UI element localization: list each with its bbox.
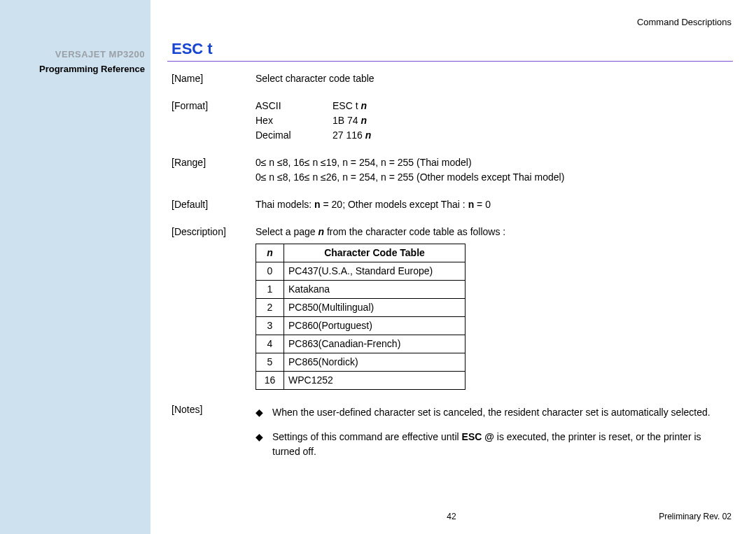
note-text: Settings of this command are effective u… bbox=[272, 430, 732, 459]
page-number: 42 bbox=[172, 512, 732, 521]
code-table: n Character Code Table 0PC437(U.S.A., St… bbox=[255, 244, 465, 390]
table-row: 3PC860(Portuguest) bbox=[256, 317, 465, 335]
format-dec-value: 27 116 n bbox=[332, 128, 371, 143]
range-line-2: 0≤ n ≤8, 16≤ n ≤26, n = 254, n = 255 (Ot… bbox=[255, 170, 732, 185]
description-label: [Description] bbox=[172, 225, 255, 390]
table-row: 1Katakana bbox=[256, 281, 465, 299]
range-line-1: 0≤ n ≤8, 16≤ n ≤19, n = 254, n = 255 (Th… bbox=[255, 155, 732, 170]
format-hex-label: Hex bbox=[255, 113, 332, 128]
sidebar: VERSAJET MP3200 Programming Reference bbox=[0, 0, 150, 534]
name-label: [Name] bbox=[172, 71, 255, 86]
notes-label: [Notes] bbox=[172, 402, 255, 469]
format-hex-value: 1B 74 n bbox=[332, 113, 367, 128]
default-value: Thai models: n = 20; Other models except… bbox=[255, 197, 732, 212]
name-value: Select character code table bbox=[255, 71, 732, 86]
description-value: Select a page n from the character code … bbox=[255, 225, 732, 390]
table-row: 0PC437(U.S.A., Standard Europe) bbox=[256, 262, 465, 281]
main-content: Command Descriptions ESC t [Name] Select… bbox=[172, 17, 732, 473]
diamond-bullet-icon: ◆ bbox=[255, 430, 272, 459]
title-rule bbox=[167, 61, 733, 62]
document-name: Programming Reference bbox=[0, 64, 145, 74]
command-title: ESC t bbox=[172, 40, 732, 58]
format-label: [Format] bbox=[172, 99, 255, 143]
note-item: ◆ When the user-defined character set is… bbox=[255, 405, 732, 420]
table-row: 16WPC1252 bbox=[256, 372, 465, 390]
note-item: ◆ Settings of this command are effective… bbox=[255, 430, 732, 459]
page-footer: 42 Preliminary Rev. 02 bbox=[172, 512, 732, 521]
section-header: Command Descriptions bbox=[172, 17, 732, 27]
table-header-n: n bbox=[256, 244, 284, 262]
table-row: 4PC863(Canadian-French) bbox=[256, 335, 465, 353]
format-dec-label: Decimal bbox=[255, 128, 332, 143]
note-text: When the user-defined character set is c… bbox=[272, 405, 710, 420]
range-label: [Range] bbox=[172, 155, 255, 185]
diamond-bullet-icon: ◆ bbox=[255, 405, 272, 420]
default-label: [Default] bbox=[172, 197, 255, 212]
table-header-name: Character Code Table bbox=[284, 244, 465, 262]
table-row: 5PC865(Nordick) bbox=[256, 353, 465, 372]
product-name: VERSAJET MP3200 bbox=[0, 49, 145, 59]
format-ascii-value: ESC t n bbox=[332, 99, 367, 113]
format-ascii-label: ASCII bbox=[255, 99, 332, 113]
notes-value: ◆ When the user-defined character set is… bbox=[255, 405, 732, 469]
table-row: 2PC850(Multilingual) bbox=[256, 299, 465, 317]
range-value: 0≤ n ≤8, 16≤ n ≤19, n = 254, n = 255 (Th… bbox=[255, 155, 732, 185]
format-value: ASCII ESC t n Hex 1B 74 n Decimal 27 116… bbox=[255, 99, 732, 143]
